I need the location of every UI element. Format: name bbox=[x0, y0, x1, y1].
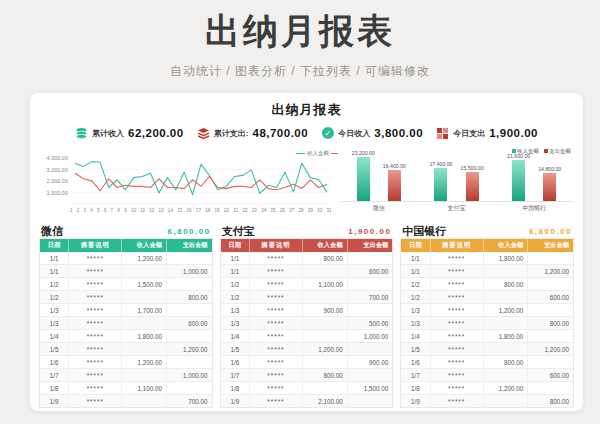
y-tick-label: 2,000.00 bbox=[40, 178, 68, 184]
account-totals-bar-chart: 收入金额 支出金额 23,200.0016,400.00微信17,400.001… bbox=[340, 147, 573, 222]
bar bbox=[388, 170, 401, 201]
expense-cell bbox=[348, 278, 393, 290]
description-cell: ***** bbox=[431, 304, 484, 316]
column-header: 摘要说明 bbox=[69, 239, 122, 252]
description-cell: ***** bbox=[250, 317, 303, 329]
description-cell: ***** bbox=[431, 356, 484, 368]
table-name: 中国银行 bbox=[402, 224, 446, 239]
table-row: 1/5*****1,200.00 bbox=[40, 343, 212, 356]
legend-income-label: 收入金额 bbox=[307, 150, 329, 157]
description-cell: ***** bbox=[431, 369, 484, 381]
table-row: 1/2*****1,500.00 bbox=[40, 278, 212, 291]
date-cell: 1/9 bbox=[401, 395, 430, 407]
income-cell bbox=[303, 382, 348, 394]
table-row: 1/9*****2,100.00 bbox=[221, 395, 393, 407]
x-tick-label: 13 bbox=[159, 208, 164, 213]
x-tick-label: 2 bbox=[77, 208, 80, 213]
x-tick-label: 24 bbox=[261, 208, 266, 213]
date-cell: 1/5 bbox=[401, 343, 430, 355]
table-total: 1,900.00 bbox=[348, 227, 391, 236]
date-cell: 1/7 bbox=[401, 369, 430, 381]
expense-cell bbox=[167, 382, 212, 394]
date-cell: 1/1 bbox=[40, 265, 69, 277]
income-cell: 800.00 bbox=[303, 252, 348, 264]
x-tick-label: 23 bbox=[252, 208, 257, 213]
income-cell bbox=[303, 330, 348, 342]
table-total: 6,800.00 bbox=[168, 227, 211, 236]
date-cell: 1/5 bbox=[40, 343, 69, 355]
income-cell bbox=[484, 291, 529, 303]
column-header: 收入金额 bbox=[484, 239, 529, 252]
summary-value: 62,200.00 bbox=[128, 127, 184, 139]
bar-value-label: 21,600.00 bbox=[507, 153, 530, 159]
table-row: 1/9*****800.00 bbox=[401, 395, 573, 407]
x-tick-label: 15 bbox=[177, 208, 182, 213]
account-table: 支付宝 1,900.00 日期摘要说明收入金额支出金额 1/1*****800.… bbox=[220, 224, 394, 408]
income-cell: 1,800.00 bbox=[484, 252, 529, 264]
table-title-row: 支付宝 1,900.00 bbox=[220, 224, 394, 238]
table-row: 1/5*****1,200.00 bbox=[401, 343, 573, 356]
x-tick-label: 7 bbox=[111, 208, 114, 213]
expense-cell: 800.00 bbox=[528, 317, 573, 329]
income-cell: 1,100.00 bbox=[122, 382, 167, 394]
expense-cell bbox=[348, 369, 393, 381]
line-chart-x-axis: 1234567891011121314151617181920212223242… bbox=[70, 208, 332, 213]
summary-label: 累计支出: bbox=[214, 128, 249, 139]
x-tick-label: 9 bbox=[124, 208, 127, 213]
summary-row: 累计收入 62,200.00 累计支出: 48,700.00 ✓ 今日收入 3,… bbox=[75, 122, 538, 144]
x-tick-label: 12 bbox=[149, 208, 154, 213]
bar-value-label: 16,400.00 bbox=[383, 163, 406, 169]
x-tick-label: 11 bbox=[140, 208, 145, 213]
date-cell: 1/1 bbox=[221, 252, 250, 264]
table-row: 1/6*****1,200.00 bbox=[40, 356, 212, 369]
table-row: 1/5*****1,200.00 bbox=[221, 343, 393, 356]
expense-cell: 600.00 bbox=[167, 317, 212, 329]
description-cell: ***** bbox=[250, 291, 303, 303]
income-line-marker bbox=[296, 153, 305, 154]
expense-cell: 1,200.00 bbox=[528, 265, 573, 277]
income-cell: 1,200.00 bbox=[122, 252, 167, 264]
x-tick-label: 18 bbox=[205, 208, 210, 213]
x-tick-label: 26 bbox=[280, 208, 285, 213]
description-cell: ***** bbox=[69, 343, 122, 355]
table-row: 1/8*****1,100.00 bbox=[40, 382, 212, 395]
bar-group: 21,600.0014,800.00中国银行 bbox=[495, 144, 573, 213]
table-row: 1/7*****1,000.00 bbox=[40, 369, 212, 382]
x-tick-label: 5 bbox=[97, 208, 100, 213]
expense-cell bbox=[528, 304, 573, 316]
line-chart-legend: 收入金额 bbox=[296, 150, 338, 157]
table-row: 1/1*****600.00 bbox=[221, 265, 393, 278]
report-card: 出纳月报表 累计收入 62,200.00 bbox=[30, 93, 583, 411]
expense-line-marker bbox=[331, 153, 338, 154]
description-cell: ***** bbox=[250, 356, 303, 368]
expense-cell bbox=[528, 356, 573, 368]
date-cell: 1/1 bbox=[401, 252, 430, 264]
description-cell: ***** bbox=[431, 330, 484, 342]
table-row: 1/1*****800.00 bbox=[221, 252, 393, 265]
description-cell: ***** bbox=[250, 369, 303, 381]
date-cell: 1/3 bbox=[40, 304, 69, 316]
y-tick-label: 1,000.00 bbox=[40, 190, 68, 196]
income-cell bbox=[303, 356, 348, 368]
income-cell: 1,200.00 bbox=[484, 382, 529, 394]
income-cell: 1,200.00 bbox=[484, 304, 529, 316]
x-tick-label: 16 bbox=[187, 208, 192, 213]
income-cell: 2,100.00 bbox=[303, 395, 348, 407]
date-cell: 1/6 bbox=[221, 356, 250, 368]
column-header: 摘要说明 bbox=[250, 239, 303, 252]
date-cell: 1/8 bbox=[40, 382, 69, 394]
bar-category-label: 支付宝 bbox=[448, 204, 466, 213]
income-cell: 1,500.00 bbox=[122, 278, 167, 290]
line-chart-svg bbox=[72, 158, 330, 204]
table-title-row: 微信 6,800.00 bbox=[39, 224, 213, 238]
expense-cell: 1,000.00 bbox=[348, 330, 393, 342]
table-row: 1/2*****800.00 bbox=[401, 278, 573, 291]
bar bbox=[434, 168, 447, 201]
x-tick-label: 8 bbox=[117, 208, 120, 213]
account-table: 微信 6,800.00 日期摘要说明收入金额支出金额 1/1*****1,200… bbox=[39, 224, 213, 408]
summary-today-income: ✓ 今日收入 3,800.00 bbox=[321, 127, 423, 140]
table-row: 1/3*****900.00 bbox=[221, 304, 393, 317]
bar bbox=[357, 157, 370, 201]
y-tick-label: 4,000.00 bbox=[40, 155, 68, 161]
description-cell: ***** bbox=[250, 382, 303, 394]
